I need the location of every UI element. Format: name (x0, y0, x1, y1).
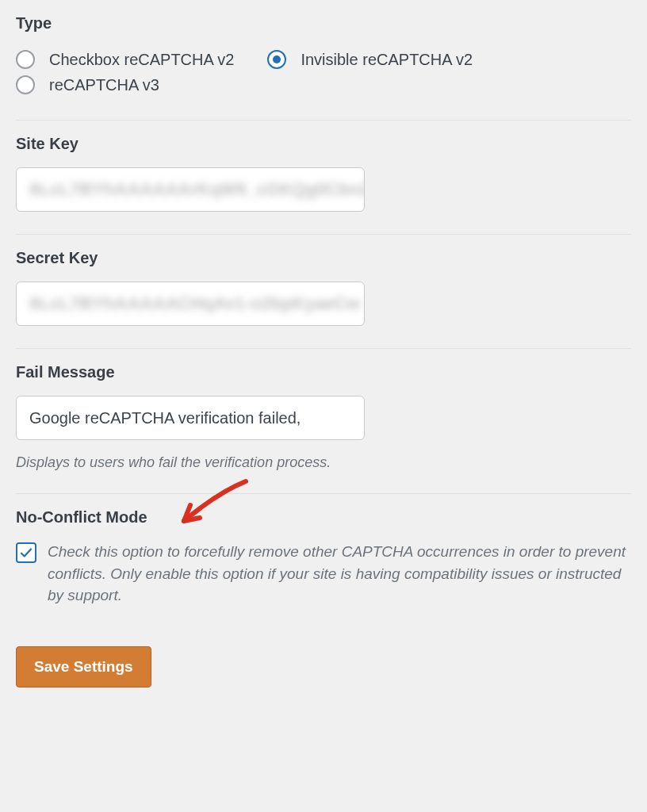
check-icon (19, 546, 33, 560)
radio-label: reCAPTCHA v3 (49, 72, 159, 98)
site-key-input[interactable]: 6LcL7BYhAAAAAArKqW9_cGKQg0Cbn2 (16, 167, 365, 212)
radio-label: Checkbox reCAPTCHA v2 (49, 47, 234, 72)
save-button[interactable]: Save Settings (16, 646, 151, 688)
secret-key-input[interactable]: 6LcL7BYhAAAAACHqAv1-o2bpKyaeCw (16, 282, 365, 326)
secret-key-value: 6LcL7BYhAAAAACHqAv1-o2bpKyaeCw (29, 293, 360, 314)
fail-message-input[interactable]: Google reCAPTCHA verification failed, (16, 396, 365, 440)
no-conflict-description: Check this option to forcefully remove o… (48, 541, 631, 607)
radio-checkbox-v2[interactable]: Checkbox reCAPTCHA v2 (16, 47, 234, 72)
type-heading: Type (16, 14, 631, 33)
radio-label: Invisible reCAPTCHA v2 (301, 47, 473, 72)
radio-circle-icon (16, 50, 35, 69)
secret-key-section: Secret Key 6LcL7BYhAAAAACHqAv1-o2bpKyaeC… (16, 235, 631, 349)
fail-message-helper: Displays to users who fail the verificat… (16, 454, 631, 471)
site-key-value: 6LcL7BYhAAAAAArKqW9_cGKQg0Cbn2 (29, 179, 365, 200)
secret-key-heading: Secret Key (16, 249, 631, 267)
no-conflict-section: No-Conflict Mode Check this option to fo… (16, 494, 631, 638)
site-key-section: Site Key 6LcL7BYhAAAAAArKqW9_cGKQg0Cbn2 (16, 121, 631, 235)
no-conflict-heading: No-Conflict Mode (16, 508, 631, 527)
fail-message-section: Fail Message Google reCAPTCHA verificati… (16, 349, 631, 494)
radio-v3[interactable]: reCAPTCHA v3 (16, 72, 631, 98)
fail-message-heading: Fail Message (16, 363, 631, 381)
radio-circle-icon (267, 50, 286, 69)
type-section: Type Checkbox reCAPTCHA v2 Invisible reC… (16, 0, 631, 121)
type-radio-group: Checkbox reCAPTCHA v2 Invisible reCAPTCH… (16, 47, 631, 98)
radio-circle-icon (16, 75, 35, 94)
fail-message-value: Google reCAPTCHA verification failed, (29, 409, 301, 427)
no-conflict-checkbox[interactable] (16, 542, 36, 563)
site-key-heading: Site Key (16, 135, 631, 153)
radio-invisible-v2[interactable]: Invisible reCAPTCHA v2 (267, 47, 473, 72)
